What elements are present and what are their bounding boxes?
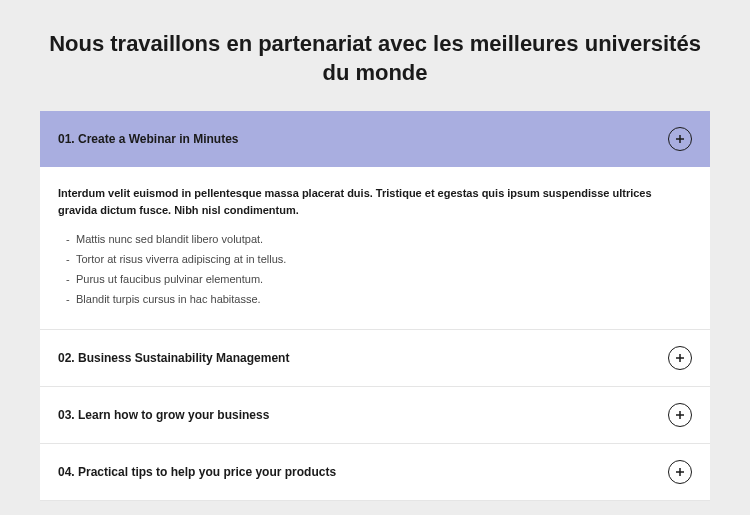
accordion-title: 04. Practical tips to help you price you… (58, 465, 336, 479)
accordion-header-1[interactable]: 01. Create a Webinar in Minutes (40, 111, 710, 167)
page-title: Nous travaillons en partenariat avec les… (40, 30, 710, 87)
accordion-header-3[interactable]: 03. Learn how to grow your business (40, 387, 710, 443)
list-item: Blandit turpis cursus in hac habitasse. (66, 290, 692, 310)
accordion-item-3: 03. Learn how to grow your business (40, 387, 710, 444)
plus-icon (668, 346, 692, 370)
accordion-item-2: 02. Business Sustainability Management (40, 330, 710, 387)
list-item: Mattis nunc sed blandit libero volutpat. (66, 230, 692, 250)
content-list: Mattis nunc sed blandit libero volutpat.… (58, 230, 692, 309)
accordion-item-1: 01. Create a Webinar in Minutes Interdum… (40, 111, 710, 330)
accordion-header-4[interactable]: 04. Practical tips to help you price you… (40, 444, 710, 500)
accordion-title: 01. Create a Webinar in Minutes (58, 132, 239, 146)
accordion-title: 02. Business Sustainability Management (58, 351, 289, 365)
list-item: Tortor at risus viverra adipiscing at in… (66, 250, 692, 270)
plus-icon (668, 127, 692, 151)
plus-icon (668, 403, 692, 427)
plus-icon (668, 460, 692, 484)
accordion-header-2[interactable]: 02. Business Sustainability Management (40, 330, 710, 386)
list-item: Purus ut faucibus pulvinar elementum. (66, 270, 692, 290)
content-intro: Interdum velit euismod in pellentesque m… (58, 185, 692, 218)
accordion: 01. Create a Webinar in Minutes Interdum… (40, 111, 710, 501)
accordion-title: 03. Learn how to grow your business (58, 408, 269, 422)
accordion-item-4: 04. Practical tips to help you price you… (40, 444, 710, 501)
accordion-content-1: Interdum velit euismod in pellentesque m… (40, 167, 710, 329)
